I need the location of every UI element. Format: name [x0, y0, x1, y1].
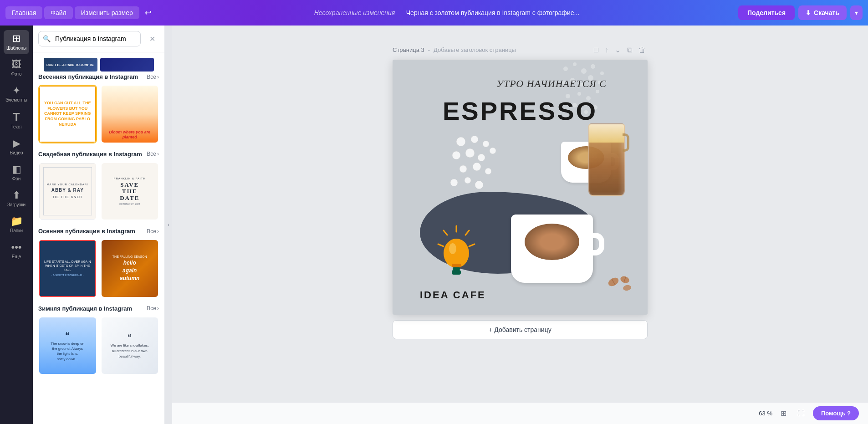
background-icon: ◧	[12, 164, 21, 174]
wedding-template-1[interactable]: MARK YOUR CALENDAR! ABBY & RAY TIE THE K…	[38, 162, 97, 221]
svg-point-28	[450, 179, 458, 186]
spring-all-link[interactable]: Все ›	[147, 74, 159, 80]
canvas-bottom-text[interactable]: IDEA CAFE	[420, 289, 486, 301]
wedding-section-title: Свадебная публикация в Instagram	[38, 151, 142, 158]
top-template-2[interactable]	[100, 58, 154, 72]
hide-panel-button[interactable]: ‹	[165, 26, 172, 424]
svg-point-19	[471, 136, 478, 143]
winter-template-2[interactable]: ❝ We are like snowflakes,all different i…	[101, 317, 159, 375]
search-input[interactable]	[38, 31, 141, 46]
download-icon: ⬇	[806, 9, 811, 16]
page-container: Страница 3 - Добавьте заголовок страницы…	[393, 44, 648, 339]
clear-search-button[interactable]: ✕	[149, 35, 155, 43]
add-page-button[interactable]: + Добавить страницу	[393, 320, 648, 339]
svg-point-4	[600, 72, 604, 75]
wedding-template-2[interactable]: FRANKLIN & FAITH SAVETHEDATE OCTOBER 27,…	[101, 162, 159, 221]
spring-template-2-preview: Bloom where you are planted	[102, 86, 158, 143]
download-button[interactable]: ⬇ Скачать	[798, 5, 847, 20]
svg-point-27	[485, 168, 491, 174]
text-icon: T	[13, 112, 20, 123]
grid-view-button[interactable]: ⊞	[778, 407, 789, 419]
file-button[interactable]: Файл	[44, 6, 72, 19]
winter-section-header: Зимняя публикация в Instagram Все ›	[38, 305, 159, 312]
winter-template-1-preview: ❝ The snow is deep onthe ground. Alwayst…	[39, 317, 96, 374]
svg-point-29	[465, 177, 471, 184]
main-area: ⊞ Шаблоны 🖼 Фото ✦ Элементы T Текст ▶ Ви…	[0, 26, 868, 424]
download-dropdown-button[interactable]: ▾	[850, 5, 863, 20]
document-title: Черная с золотом публикация в Instagram …	[406, 9, 579, 16]
svg-point-18	[456, 137, 465, 146]
top-scroll-hint: DON'T BE AFRAID TO JUMP IN.	[38, 58, 159, 72]
canvas-coffee-beans	[607, 271, 634, 296]
spring-template-1[interactable]: YOU CAN CUT ALL THE FLOWERS BUT YOU CANN…	[38, 85, 97, 143]
photo-icon: 🖼	[11, 60, 21, 70]
help-button[interactable]: Помощь ?	[813, 406, 859, 420]
glass-body	[588, 123, 625, 196]
autumn-template-2[interactable]: THE FALLING SEASON helloagainautumn	[101, 239, 159, 298]
spring-section-title: Весенняя публикация в Instagram	[38, 73, 138, 80]
page-delete-button[interactable]: 🗑	[637, 44, 648, 56]
share-button[interactable]: Поделиться	[738, 5, 795, 20]
svg-rect-38	[453, 267, 460, 270]
autumn-template-1[interactable]: LIFE STARTS ALL OVER AGAIN WHEN IT GETS …	[38, 239, 97, 298]
topbar-right: Поделиться ⬇ Скачать ▾	[738, 5, 863, 20]
topbar-left: Главная Файл Изменить размер ↩	[5, 5, 155, 20]
svg-point-26	[473, 163, 481, 171]
canvas-espresso-text[interactable]: ESPRESSO	[443, 96, 597, 126]
page-header-buttons: □ ↑ ⌄ ⧉ 🗑	[592, 44, 648, 56]
winter-template-2-preview: ❝ We are like snowflakes,all different i…	[102, 317, 158, 374]
svg-line-32	[444, 230, 447, 235]
wedding-all-link[interactable]: Все ›	[147, 151, 159, 157]
autumn-all-link[interactable]: Все ›	[147, 228, 159, 235]
resize-button[interactable]: Изменить размер	[75, 6, 139, 19]
canvas-top-text[interactable]: УТРО НАЧИНАЕТСЯ С	[496, 78, 607, 90]
autumn-template-1-preview: LIFE STARTS ALL OVER AGAIN WHEN IT GETS …	[39, 240, 96, 297]
autumn-template-grid: LIFE STARTS ALL OVER AGAIN WHEN IT GETS …	[38, 239, 159, 298]
sidebar-item-video[interactable]: ▶ Видео	[4, 135, 29, 159]
add-page-bar: + Добавить страницу	[393, 320, 648, 339]
winter-template-1[interactable]: ❝ The snow is deep onthe ground. Alwayst…	[38, 317, 97, 375]
undo-button[interactable]: ↩	[141, 5, 155, 20]
svg-point-20	[483, 141, 489, 147]
unsaved-text: Несохраненные изменения	[314, 9, 395, 16]
canvas-large-coffee-cup[interactable]	[511, 215, 602, 296]
sidebar-item-background[interactable]: ◧ Фон	[4, 161, 29, 185]
canvas-lightbulb[interactable]	[434, 224, 470, 269]
glass-foam	[589, 124, 624, 143]
fullscreen-button[interactable]: ⛶	[795, 408, 807, 419]
svg-point-40	[449, 243, 456, 254]
top-template-1[interactable]: DON'T BE AFRAID TO JUMP IN.	[44, 58, 97, 72]
design-canvas[interactable]: УТРО НАЧИНАЕТСЯ С ESPRESSO	[393, 60, 648, 315]
svg-line-35	[469, 244, 475, 246]
home-button[interactable]: Главная	[5, 6, 42, 19]
sidebar-item-elements[interactable]: ✦ Элементы	[4, 82, 29, 106]
canvas-scroll[interactable]: Страница 3 - Добавьте заголовок страницы…	[172, 26, 868, 402]
spring-section-header: Весенняя публикация в Instagram Все ›	[38, 73, 159, 80]
uploads-icon: ⬆	[12, 190, 20, 200]
svg-point-11	[577, 92, 581, 96]
page-copy-button[interactable]: ⧉	[625, 44, 634, 56]
sidebar-item-more[interactable]: ••• Еще	[4, 239, 29, 263]
large-cup-handle	[591, 233, 604, 255]
winter-all-link[interactable]: Все ›	[147, 305, 159, 312]
page-note-button[interactable]: □	[592, 44, 600, 56]
svg-point-22	[465, 148, 475, 158]
sidebar-item-text[interactable]: T Текст	[4, 108, 29, 133]
glass-handle	[623, 133, 629, 152]
svg-point-21	[452, 151, 460, 159]
page-up-button[interactable]: ↑	[603, 44, 610, 56]
panel-scroll[interactable]: DON'T BE AFRAID TO JUMP IN. Весенняя пуб…	[33, 52, 164, 424]
page-dropdown-button[interactable]: ⌄	[613, 44, 623, 56]
topbar-center: Несохраненные изменения Черная с золотом…	[159, 9, 735, 17]
large-cup-body	[511, 215, 593, 283]
sidebar-item-folders[interactable]: 📁 Папки	[4, 213, 29, 237]
canvas-glass-coffee[interactable]	[588, 123, 629, 205]
spring-template-2[interactable]: Bloom where you are planted	[101, 85, 159, 143]
page-title-hint[interactable]: Добавьте заголовок страницы	[434, 46, 516, 53]
sidebar-item-templates[interactable]: ⊞ Шаблоны	[4, 30, 29, 54]
svg-rect-39	[452, 270, 461, 275]
sidebar-item-photo[interactable]: 🖼 Фото	[4, 56, 29, 80]
search-wrap: 🔍 ✕	[38, 31, 159, 46]
svg-point-24	[490, 148, 496, 154]
sidebar-item-uploads[interactable]: ⬆ Загрузки	[4, 187, 29, 211]
